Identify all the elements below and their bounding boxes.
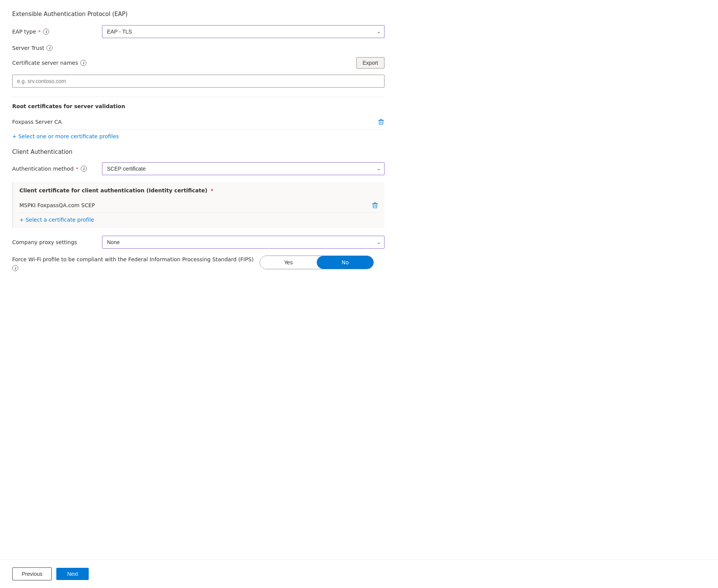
cert-names-row: Certificate server names i Export [12, 57, 385, 69]
add-cert-profiles-link[interactable]: + Select one or more certificate profile… [12, 133, 119, 139]
next-button[interactable]: Next [56, 568, 89, 580]
fips-toggle-group: Yes No [260, 256, 374, 269]
client-cert-required: * [211, 188, 213, 193]
eap-type-select-wrapper: EAP - TLS PEAP EAP-TTLS ⌄ [102, 25, 385, 38]
server-trust-label: Server Trust i [12, 45, 53, 51]
fips-row: Force Wi-Fi profile to be compliant with… [12, 256, 385, 272]
server-trust-row: Server Trust i [12, 45, 385, 51]
auth-method-row: Authentication method * i SCEP certifica… [12, 162, 385, 175]
client-auth-section: Client Authentication Authentication met… [12, 149, 385, 228]
company-proxy-select[interactable]: None Manual Automatic [102, 236, 385, 249]
cert-names-text: Certificate server names [12, 60, 78, 66]
client-auth-title: Client Authentication [12, 149, 385, 155]
cert-names-info-icon[interactable]: i [80, 60, 86, 66]
eap-section-title: Extensible Authentication Protocol (EAP) [12, 11, 385, 18]
svg-rect-5 [374, 203, 376, 203]
eap-type-text: EAP type [12, 29, 36, 35]
fips-label: Force Wi-Fi profile to be compliant with… [12, 256, 254, 272]
server-trust-info-icon[interactable]: i [46, 45, 53, 51]
root-cert-item: Foxpass Server CA [12, 115, 385, 129]
svg-rect-1 [380, 119, 382, 120]
fips-no-option[interactable]: No [317, 256, 373, 269]
root-cert-delete-icon[interactable] [378, 118, 385, 125]
auth-method-select-wrapper: SCEP certificate Derived credential User… [102, 162, 385, 175]
auth-method-required: * [76, 166, 78, 172]
auth-method-select[interactable]: SCEP certificate Derived credential User… [102, 162, 385, 175]
eap-type-row: EAP type * i EAP - TLS PEAP EAP-TTLS ⌄ [12, 25, 385, 38]
auth-method-info-icon[interactable]: i [81, 166, 87, 172]
root-certs-section: Root certificates for server validation … [12, 97, 385, 139]
client-cert-item: MSPKI FoxpassQA.com SCEP [19, 198, 378, 213]
export-button[interactable]: Export [356, 57, 385, 69]
fips-info-icon[interactable]: i [12, 265, 18, 271]
auth-method-label: Authentication method * i [12, 166, 96, 172]
company-proxy-row: Company proxy settings None Manual Autom… [12, 236, 385, 249]
client-cert-name: MSPKI FoxpassQA.com SCEP [19, 202, 95, 208]
add-cert-profile-link[interactable]: + Select a certificate profile [19, 217, 94, 223]
client-cert-delete-icon[interactable] [372, 202, 378, 209]
server-name-input[interactable] [12, 75, 385, 88]
company-proxy-label: Company proxy settings [12, 239, 96, 245]
root-certs-title: Root certificates for server validation [12, 103, 385, 109]
eap-type-info-icon[interactable]: i [43, 29, 49, 35]
footer-bar: Previous Next [0, 559, 718, 588]
fips-yes-option[interactable]: Yes [260, 256, 317, 269]
client-cert-title: Client certificate for client authentica… [19, 187, 378, 193]
fips-text: Force Wi-Fi profile to be compliant with… [12, 256, 254, 264]
root-cert-name: Foxpass Server CA [12, 119, 62, 125]
client-cert-section: Client certificate for client authentica… [12, 182, 385, 228]
server-trust-text: Server Trust [12, 45, 44, 51]
eap-type-select[interactable]: EAP - TLS PEAP EAP-TTLS [102, 25, 385, 38]
auth-method-text: Authentication method [12, 166, 73, 172]
eap-type-label: EAP type * i [12, 29, 96, 35]
cert-names-label: Certificate server names i [12, 60, 86, 66]
eap-type-required: * [38, 29, 41, 35]
company-proxy-select-wrapper: None Manual Automatic ⌄ [102, 236, 385, 249]
previous-button[interactable]: Previous [12, 567, 52, 580]
